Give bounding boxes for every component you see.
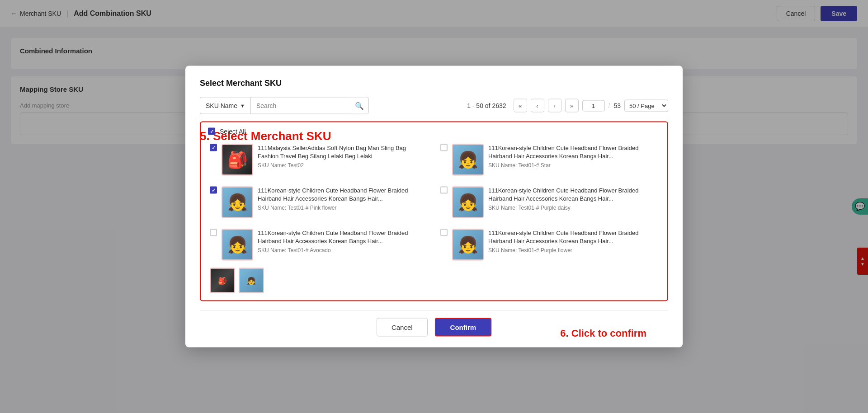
product-info-6: 111Korean-style Children Cute Headband F… xyxy=(488,229,656,253)
product-item: 111Korean-style Children Cute Headband F… xyxy=(439,183,658,222)
search-input[interactable] xyxy=(251,102,350,109)
next-page-button[interactable]: › xyxy=(548,99,561,113)
search-filter-dropdown[interactable]: SKU Name ▼ xyxy=(200,97,250,114)
product-name-6: 111Korean-style Children Cute Headband F… xyxy=(488,229,656,245)
product-list-area: Select All 111Malaysia SellerAdidas Soft… xyxy=(200,122,668,301)
search-button[interactable]: 🔍 xyxy=(350,98,368,114)
product-checkbox-3[interactable] xyxy=(210,187,217,194)
selected-thumb-2: 👧 xyxy=(239,268,264,293)
product-name-3: 111Korean-style Children Cute Headband F… xyxy=(258,187,426,203)
product-item: 111Korean-style Children Cute Headband F… xyxy=(208,225,428,264)
search-pagination-row: SKU Name ▼ 🔍 1 - 50 of 2632 « ‹ › » 1 / … xyxy=(200,97,668,114)
selected-thumbnails-row: 🎒 👧 xyxy=(208,264,660,295)
product-name-4: 111Korean-style Children Cute Headband F… xyxy=(488,187,656,203)
modal-cancel-button[interactable]: Cancel xyxy=(377,318,428,337)
product-sku-6: SKU Name: Test01-# Purple flower xyxy=(488,247,656,253)
product-sku-5: SKU Name: Test01-# Avocado xyxy=(258,247,426,253)
product-item: 111Korean-style Children Cute Headband F… xyxy=(208,183,428,222)
select-all-checkbox[interactable] xyxy=(208,128,215,135)
product-item: 111Korean-style Children Cute Headband F… xyxy=(439,141,658,179)
products-grid: 111Malaysia SellerAdidas Soft Nylon Bag … xyxy=(208,141,660,264)
select-all-label: Select All xyxy=(220,128,246,135)
product-sku-1: SKU Name: Test02 xyxy=(258,162,426,169)
modal-title: Select Merchant SKU xyxy=(200,79,668,88)
annotation-confirm: 6. Click to confirm xyxy=(560,328,646,339)
last-page-button[interactable]: » xyxy=(565,99,579,113)
product-image-2 xyxy=(452,144,484,176)
product-item: 111Malaysia SellerAdidas Soft Nylon Bag … xyxy=(208,141,428,179)
product-checkbox-6[interactable] xyxy=(440,229,448,236)
product-image-5 xyxy=(222,229,253,261)
product-image-3 xyxy=(222,187,253,218)
product-sku-2: SKU Name: Test01-# Star xyxy=(488,162,656,169)
product-image-6 xyxy=(452,229,484,261)
product-checkbox-1[interactable] xyxy=(210,144,217,151)
pagination-info: 1 - 50 of 2632 xyxy=(467,102,506,109)
total-pages: 53 xyxy=(613,102,621,109)
modal-footer: Cancel Confirm 6. Click to confirm xyxy=(200,310,668,337)
product-checkbox-4[interactable] xyxy=(440,187,448,194)
select-sku-modal: 5. Select Merchant SKU Select Merchant S… xyxy=(185,66,683,347)
product-item: 111Korean-style Children Cute Headband F… xyxy=(439,225,658,264)
product-checkbox-2[interactable] xyxy=(440,144,448,151)
product-info-2: 111Korean-style Children Cute Headband F… xyxy=(488,144,656,169)
search-area: SKU Name ▼ 🔍 xyxy=(200,97,369,114)
product-image-4 xyxy=(452,187,484,218)
prev-page-button[interactable]: ‹ xyxy=(531,99,544,113)
product-name-1: 111Malaysia SellerAdidas Soft Nylon Bag … xyxy=(258,144,426,160)
page-number-input[interactable]: 1 xyxy=(582,100,605,111)
product-info-5: 111Korean-style Children Cute Headband F… xyxy=(258,229,426,253)
product-image-1 xyxy=(222,144,253,176)
first-page-button[interactable]: « xyxy=(514,99,527,113)
product-info-1: 111Malaysia SellerAdidas Soft Nylon Bag … xyxy=(258,144,426,169)
product-sku-3: SKU Name: Test01-# Pink flower xyxy=(258,205,426,211)
product-sku-4: SKU Name: Test01-# Purple daisy xyxy=(488,205,656,211)
product-checkbox-5[interactable] xyxy=(210,229,217,236)
page-size-select[interactable]: 50 / Page 100 / Page xyxy=(624,99,668,112)
dropdown-label: SKU Name xyxy=(206,102,237,109)
pagination-controls: 1 - 50 of 2632 « ‹ › » 1 / 53 50 / Page … xyxy=(467,99,668,113)
product-info-3: 111Korean-style Children Cute Headband F… xyxy=(258,187,426,211)
product-info-4: 111Korean-style Children Cute Headband F… xyxy=(488,187,656,211)
select-all-row: Select All xyxy=(208,128,660,135)
selected-thumb-1: 🎒 xyxy=(210,268,235,293)
page-divider: / xyxy=(609,102,610,109)
dropdown-chevron-icon: ▼ xyxy=(240,103,245,108)
product-name-2: 111Korean-style Children Cute Headband F… xyxy=(488,144,656,160)
product-name-5: 111Korean-style Children Cute Headband F… xyxy=(258,229,426,245)
modal-confirm-button[interactable]: Confirm xyxy=(435,318,492,337)
search-input-wrapper: 🔍 xyxy=(250,97,369,114)
